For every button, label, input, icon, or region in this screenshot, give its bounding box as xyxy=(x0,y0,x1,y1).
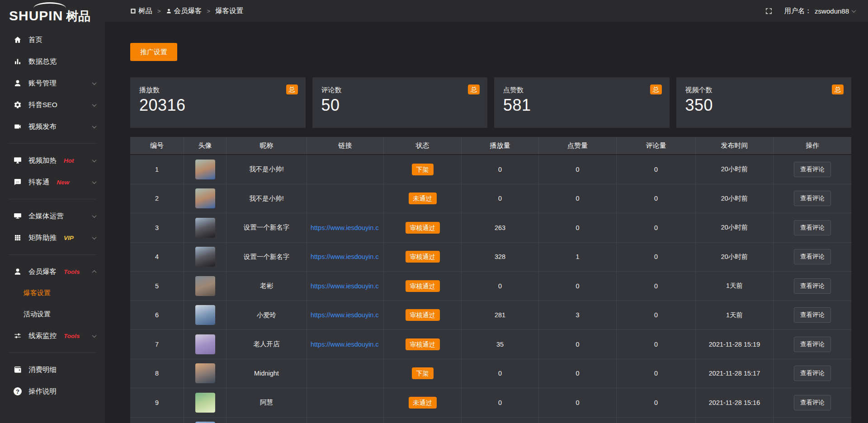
status-badge[interactable]: 审核通过 xyxy=(406,251,440,263)
sidebar-item-data-overview[interactable]: 数据总览 xyxy=(0,51,105,72)
sidebar-item-home[interactable]: 首页 xyxy=(0,29,105,51)
wallet-icon xyxy=(13,366,23,374)
user-icon xyxy=(13,79,23,87)
cell-number: 1 xyxy=(130,155,184,184)
stat-card: 点赞数总581 xyxy=(494,77,670,128)
monitor-icon xyxy=(13,212,23,220)
cell-action: 查看评论 xyxy=(774,301,851,330)
sidebar-item-video-heat[interactable]: 视频加热Hot xyxy=(0,150,105,171)
status-badge[interactable]: 审核通过 xyxy=(406,280,440,292)
profile-link[interactable]: https://www.iesdouyin.c xyxy=(311,341,379,348)
sidebar-item-video-publish[interactable]: 视频发布 xyxy=(0,116,105,137)
view-comments-button[interactable]: 查看评论 xyxy=(794,278,831,294)
sidebar-item-douketong[interactable]: 抖客通New xyxy=(0,171,105,193)
cell-number: 4 xyxy=(130,243,184,272)
cell-status: 未通过 xyxy=(384,388,462,417)
sidebar-item-consumption-detail[interactable]: 消费明细 xyxy=(0,359,105,381)
cell-likes: 0 xyxy=(539,184,617,213)
username-label: 用户名： xyxy=(784,7,811,15)
cell-nickname: 我不是小帅! xyxy=(226,184,307,213)
cell-avatar xyxy=(184,155,226,184)
cell-link xyxy=(307,155,384,184)
cell-number xyxy=(130,418,184,423)
chevron-down-icon xyxy=(92,179,97,184)
table-row xyxy=(130,418,851,423)
cell-action: 查看评论 xyxy=(774,213,851,242)
sidebar-item-clue-monitor[interactable]: 线索监控Tools xyxy=(0,325,105,347)
view-comments-button[interactable]: 查看评论 xyxy=(794,162,831,177)
status-badge[interactable]: 审核通过 xyxy=(406,309,440,321)
sidebar-item-tag: VIP xyxy=(64,235,74,241)
sidebar-item-operation-guide[interactable]: ?操作说明 xyxy=(0,381,105,402)
sidebar-item-matrix-boost[interactable]: 矩阵助推VIP xyxy=(0,227,105,249)
sidebar-item-douyin-seo[interactable]: 抖音SEO xyxy=(0,94,105,116)
sidebar-divider xyxy=(8,143,97,144)
sidebar-item-media-operation[interactable]: 全媒体运营 xyxy=(0,205,105,227)
cell-link xyxy=(307,184,384,213)
cell-comments: 0 xyxy=(617,243,696,272)
table-row: 9阿慧未通过0002021-11-28 15:16查看评论 xyxy=(130,388,851,418)
table-row: 2我不是小帅!未通过00020小时前查看评论 xyxy=(130,184,851,214)
table-row: 8Midnight下架0002021-11-28 15:17查看评论 xyxy=(130,359,851,389)
avatar xyxy=(195,305,215,325)
breadcrumb-item-1[interactable]: 会员爆客 xyxy=(166,6,202,16)
screen-icon xyxy=(13,156,23,164)
stat-card: 评论数总50 xyxy=(312,77,488,128)
profile-link[interactable]: https://www.iesdouyin.c xyxy=(311,253,379,260)
cell-number: 2 xyxy=(130,184,184,213)
view-comments-button[interactable]: 查看评论 xyxy=(794,366,831,381)
gear-icon xyxy=(13,101,23,109)
status-badge[interactable]: 下架 xyxy=(412,164,434,175)
status-badge[interactable]: 未通过 xyxy=(409,193,437,204)
sidebar-item-label: 矩阵助推 xyxy=(28,233,57,243)
view-comments-button[interactable]: 查看评论 xyxy=(794,191,831,206)
cell-nickname: 设置一个新名字 xyxy=(226,213,307,242)
stat-value: 50 xyxy=(321,96,479,115)
cell-comments: 0 xyxy=(617,184,696,213)
cell-comments: 0 xyxy=(617,213,696,242)
chat-icon xyxy=(13,178,23,186)
grid-icon xyxy=(13,234,23,242)
cell-time xyxy=(696,418,774,423)
chevron-down-icon xyxy=(92,213,97,218)
cell-likes: 0 xyxy=(539,155,617,184)
promo-settings-button[interactable]: 推广设置 xyxy=(130,43,177,61)
cell-plays: 35 xyxy=(462,330,539,359)
view-comments-button[interactable]: 查看评论 xyxy=(794,337,831,352)
breadcrumb-item-0[interactable]: 树品 xyxy=(130,6,152,16)
view-comments-button[interactable]: 查看评论 xyxy=(794,220,831,235)
sidebar-item-member-baoke[interactable]: 会员爆客Tools xyxy=(0,261,105,282)
video-icon xyxy=(13,122,23,131)
status-badge[interactable]: 下架 xyxy=(412,367,434,379)
status-badge[interactable]: 审核通过 xyxy=(406,222,440,234)
chart-icon xyxy=(13,57,23,66)
sidebar-subitem-baoke-settings[interactable]: 爆客设置 xyxy=(0,282,105,304)
stat-total-badge: 总 xyxy=(468,85,480,94)
sidebar-item-label: 抖音SEO xyxy=(28,100,57,110)
sidebar-item-label: 抖客通 xyxy=(28,178,50,187)
user-menu[interactable]: 用户名：zswodun88 xyxy=(784,7,855,15)
cell-avatar xyxy=(184,301,226,330)
sidebar-subitem-activity-settings[interactable]: 活动设置 xyxy=(0,304,105,325)
profile-link[interactable]: https://www.iesdouyin.c xyxy=(311,282,379,290)
cell-time: 20小时前 xyxy=(696,213,774,242)
fullscreen-icon[interactable] xyxy=(765,7,773,15)
cell-link: https://www.iesdouyin.c xyxy=(307,330,384,359)
status-badge[interactable]: 未通过 xyxy=(409,397,437,409)
profile-link[interactable]: https://www.iesdouyin.c xyxy=(311,311,379,319)
stat-value: 350 xyxy=(685,96,843,115)
cell-number: 5 xyxy=(130,272,184,301)
cell-plays: 263 xyxy=(462,213,539,242)
app-logo: SHUPIN树品 xyxy=(0,0,105,28)
sidebar-item-account-management[interactable]: 账号管理 xyxy=(0,72,105,94)
status-badge[interactable]: 审核通过 xyxy=(406,338,440,350)
view-comments-button[interactable]: 查看评论 xyxy=(794,395,831,410)
view-comments-button[interactable]: 查看评论 xyxy=(794,249,831,264)
cell-avatar xyxy=(184,243,226,272)
breadcrumb-label: 会员爆客 xyxy=(174,6,202,16)
view-comments-button[interactable]: 查看评论 xyxy=(794,307,831,323)
table-body: 1我不是小帅!下架00020小时前查看评论2我不是小帅!未通过00020小时前查… xyxy=(130,155,851,423)
cell-plays: 0 xyxy=(462,388,539,417)
table-row: 5老彬https://www.iesdouyin.c审核通过0001天前查看评论 xyxy=(130,272,851,301)
profile-link[interactable]: https://www.iesdouyin.c xyxy=(311,224,379,231)
